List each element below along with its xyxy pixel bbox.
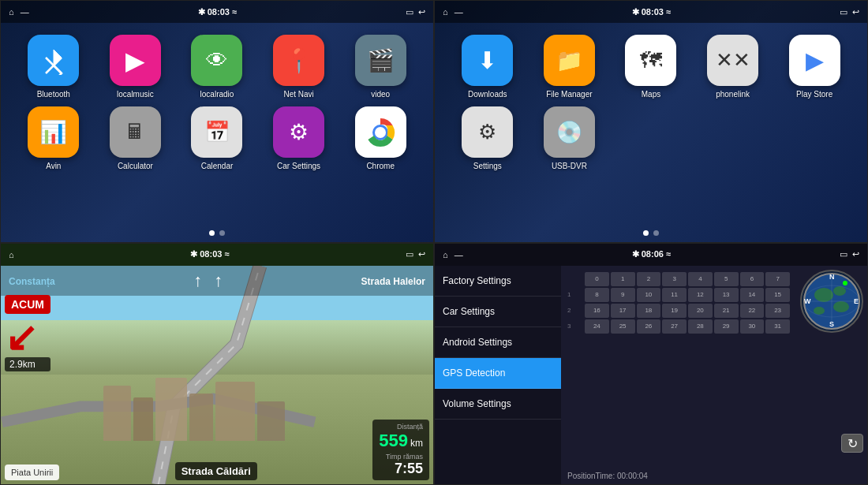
svg-text:N: N (829, 273, 835, 281)
svg-text:E: E (854, 297, 859, 305)
app-calculator[interactable]: 🖩 Calculator (99, 106, 173, 170)
time-display-2: 08:03 (642, 7, 664, 17)
svg-text:S: S (829, 320, 834, 328)
topbar-center-3: ✱ 08:03 ≈ (190, 249, 229, 259)
home-icon-3[interactable]: ⌂ (9, 250, 14, 259)
bluetooth-icon-2: ✱ (632, 7, 639, 17)
app-carsettings[interactable]: ⚙ Car Settings (262, 106, 336, 170)
main-grid: ⌂ — ✱ 08:03 ≈ ▭ ↩ Bluetooth (0, 0, 868, 485)
app-icon-playstore: ▶ (789, 35, 840, 86)
strada-name: Strada Căldări (181, 465, 251, 477)
app-label-calculator: Calculator (118, 162, 153, 170)
app-icon-localmusic: ▶ (110, 35, 161, 86)
distance-small: 2.9km (5, 357, 51, 371)
dot-2-inactive[interactable] (653, 230, 659, 236)
refresh-button[interactable]: ↻ (841, 434, 863, 453)
app-localmusic[interactable]: ▶ localmusic (99, 35, 173, 99)
screen-icon-3[interactable]: ▭ (406, 249, 413, 259)
signal-icon-3: ≈ (224, 249, 229, 259)
back-icon-1[interactable]: ↩ (418, 7, 425, 17)
settings-gps[interactable]: GPS Detection (435, 358, 561, 389)
position-time-value: 00:00:04 (617, 472, 648, 480)
gps-cell-1-4: 11 (662, 288, 687, 302)
dot-1-inactive[interactable] (219, 230, 225, 236)
back-icon-3[interactable]: ↩ (418, 249, 425, 259)
app-video[interactable]: 🎬 video (343, 35, 417, 99)
gps-cell-0-2: 1 (611, 272, 635, 286)
app-calendar[interactable]: 📅 Calendar (180, 106, 254, 170)
screen-icon-4[interactable]: ▭ (840, 249, 847, 259)
bluetooth-icon-4: ✱ (632, 249, 639, 259)
gps-cell-2-5: 20 (688, 304, 713, 318)
minimize-icon-1[interactable]: — (21, 7, 29, 17)
app-downloads[interactable]: ⬇ Downloads (451, 35, 525, 99)
app-settings[interactable]: ⚙ Settings (451, 106, 525, 170)
gps-cell-0-1: 0 (585, 272, 609, 286)
signal-icon-4: ≈ (666, 249, 671, 259)
settings-android[interactable]: Android Settings (435, 327, 561, 358)
home-icon-4[interactable]: ⌂ (443, 250, 448, 259)
svg-point-4 (375, 127, 386, 138)
settings-menu: Factory Settings Car Settings Android Se… (435, 266, 561, 485)
topbar-left-2: ⌂ — (443, 7, 463, 17)
topbar-right-2: ▭ ↩ (840, 7, 859, 17)
home-icon-1[interactable]: ⌂ (9, 7, 14, 17)
home-icon-2[interactable]: ⌂ (443, 7, 448, 17)
gps-grid-row3: 3 24 25 26 27 28 29 30 31 (567, 319, 790, 334)
screen-icon-2[interactable]: ▭ (840, 7, 847, 17)
gps-grid-row0: 0 1 2 3 4 5 6 7 (567, 272, 790, 286)
settings-car[interactable]: Car Settings (435, 297, 561, 327)
app-bluetooth[interactable]: Bluetooth (17, 35, 91, 99)
gps-cell-3-6: 29 (714, 319, 739, 334)
back-icon-4[interactable]: ↩ (852, 249, 859, 259)
dots-1 (1, 224, 433, 242)
app-label-netnavi: Net Navi (283, 90, 313, 99)
gps-cell-2-4: 19 (662, 304, 687, 318)
gps-cell-2-8: 23 (765, 304, 790, 318)
position-time-label: PositionTime: (567, 472, 615, 480)
app-localradio[interactable]: 👁 localradio (180, 35, 254, 99)
app-phonelink[interactable]: ✕✕ phonelink (696, 35, 770, 99)
dot-2-active[interactable] (643, 230, 649, 236)
app-icon-filemanager: 📁 (544, 35, 595, 86)
nav-left-panel: ACUM ↙ 2.9km (5, 295, 51, 371)
app-maps[interactable]: 🗺 Maps (614, 35, 688, 99)
app-grid-1: Bluetooth ▶ localmusic 👁 localradio 📍 Ne… (1, 23, 433, 224)
settings-body: Factory Settings Car Settings Android Se… (435, 266, 867, 485)
topbar-4: ⌂ — ✱ 08:06 ≈ ▭ ↩ (435, 244, 867, 266)
app-icon-bluetooth (28, 35, 79, 86)
app-icon-settings: ⚙ (462, 106, 513, 158)
app-playstore[interactable]: ▶ Play Store (777, 35, 851, 99)
minimize-icon-4[interactable]: — (455, 250, 463, 259)
bluetooth-icon-3: ✱ (190, 249, 197, 259)
app-icon-carsettings: ⚙ (273, 106, 324, 158)
topbar-right-1: ▭ ↩ (406, 7, 425, 17)
gps-cell-1-1: 8 (585, 288, 609, 302)
topbar-right-3: ▭ ↩ (406, 249, 425, 259)
topbar-center-1: ✱ 08:03 ≈ (198, 7, 237, 17)
compass-circle: N S E W (800, 270, 863, 333)
settings-volume[interactable]: Volume Settings (435, 389, 561, 420)
minimize-icon-2[interactable]: — (455, 7, 463, 17)
settings-factory[interactable]: Factory Settings (435, 266, 561, 297)
app-chrome[interactable]: Chrome (343, 106, 417, 170)
app-icon-netnavi: 📍 (273, 35, 324, 86)
back-icon-2[interactable]: ↩ (852, 7, 859, 17)
gps-cell-0-6: 5 (714, 272, 739, 286)
app-label-calendar: Calendar (201, 162, 234, 170)
topbar-2: ⌂ — ✱ 08:03 ≈ ▭ ↩ (435, 1, 867, 23)
topbar-right-4: ▭ ↩ (840, 249, 859, 259)
turn-arrow-left: ↙ (5, 318, 51, 357)
app-usbdvr[interactable]: 💿 USB-DVR (533, 106, 607, 170)
gps-grid-row2: 2 16 17 18 19 20 21 22 23 (567, 304, 790, 318)
app-label-playstore: Play Store (796, 90, 832, 99)
bluetooth-icon-1: ✱ (198, 7, 205, 17)
dot-1-active[interactable] (209, 230, 215, 236)
app-label-avin: Avin (46, 162, 61, 170)
svg-point-18 (843, 281, 847, 285)
app-filemanager[interactable]: 📁 File Manager (533, 35, 607, 99)
screen-icon-1[interactable]: ▭ (406, 7, 413, 17)
gps-cell-2-2: 17 (611, 304, 635, 318)
app-avin[interactable]: 📊 Avin (17, 106, 91, 170)
app-netnavi[interactable]: 📍 Net Navi (262, 35, 336, 99)
